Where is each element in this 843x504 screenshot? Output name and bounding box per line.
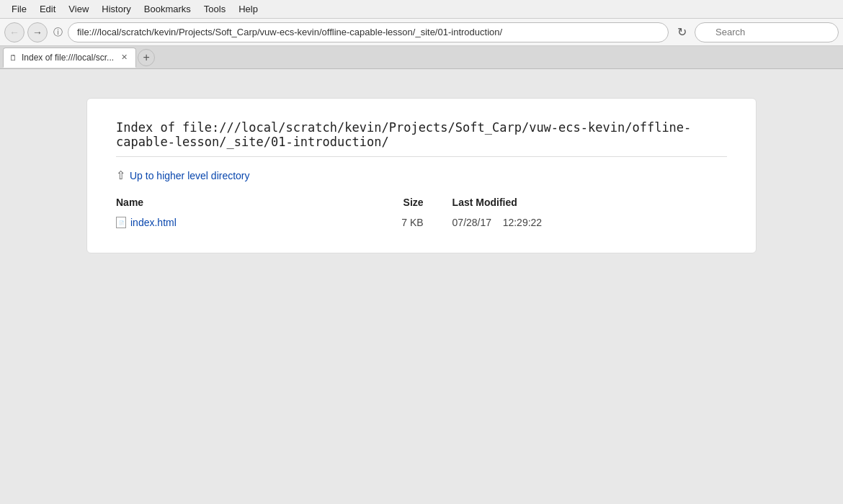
- menubar: File Edit View History Bookmarks Tools H…: [0, 0, 843, 19]
- file-time-value: 12:29:22: [503, 217, 543, 228]
- directory-card: Index of file:///local/scratch/kevin/Pro…: [86, 98, 757, 253]
- page-content: Index of file:///local/scratch/kevin/Pro…: [0, 69, 843, 504]
- search-input[interactable]: [695, 22, 839, 42]
- tab-label: Index of file:///local/scr...: [22, 53, 114, 63]
- tabbar: 🗒 Index of file:///local/scr... ✕ +: [0, 46, 843, 69]
- menu-history[interactable]: History: [96, 2, 136, 16]
- file-link[interactable]: 📄 index.html: [116, 217, 300, 228]
- navbar: ← → ⓘ ↻ 🔍: [0, 19, 843, 46]
- search-wrapper: 🔍: [695, 22, 839, 42]
- page-title: Index of file:///local/scratch/kevin/Pro…: [116, 120, 727, 157]
- up-dir-label: Up to higher level directory: [130, 170, 250, 181]
- up-dir-icon: ⇧: [116, 168, 125, 182]
- back-button[interactable]: ←: [4, 22, 24, 42]
- col-header-modified: Last Modified: [452, 194, 727, 214]
- menu-tools[interactable]: Tools: [198, 2, 231, 16]
- tab-icon: 🗒: [9, 53, 17, 62]
- new-tab-button[interactable]: +: [138, 49, 155, 66]
- menu-help[interactable]: Help: [233, 2, 264, 16]
- file-date-value: 07/28/17: [452, 217, 492, 228]
- menu-bookmarks[interactable]: Bookmarks: [138, 2, 197, 16]
- menu-edit[interactable]: Edit: [34, 2, 61, 16]
- info-button[interactable]: ⓘ: [50, 25, 65, 40]
- file-name-cell: 📄 index.html: [116, 214, 306, 231]
- reload-button[interactable]: ↻: [672, 22, 692, 42]
- col-header-name: Name: [116, 194, 306, 214]
- html-file-icon: 📄: [116, 217, 126, 228]
- menu-view[interactable]: View: [63, 2, 94, 16]
- file-size: 7 KB: [306, 214, 452, 231]
- file-date: 07/28/17 12:29:22: [452, 214, 727, 231]
- col-header-size: Size: [306, 194, 452, 214]
- forward-button[interactable]: →: [27, 22, 48, 42]
- up-dir-link[interactable]: ⇧ Up to higher level directory: [116, 168, 727, 182]
- address-bar[interactable]: [68, 22, 669, 42]
- table-row: 📄 index.html 7 KB 07/28/17 12:29:22: [116, 214, 727, 231]
- menu-file[interactable]: File: [6, 2, 32, 16]
- file-name: index.html: [130, 217, 177, 228]
- tab-close-button[interactable]: ✕: [118, 52, 130, 63]
- active-tab[interactable]: 🗒 Index of file:///local/scr... ✕: [3, 48, 136, 68]
- file-table: Name Size Last Modified 📄 index.html 7 K…: [116, 194, 727, 231]
